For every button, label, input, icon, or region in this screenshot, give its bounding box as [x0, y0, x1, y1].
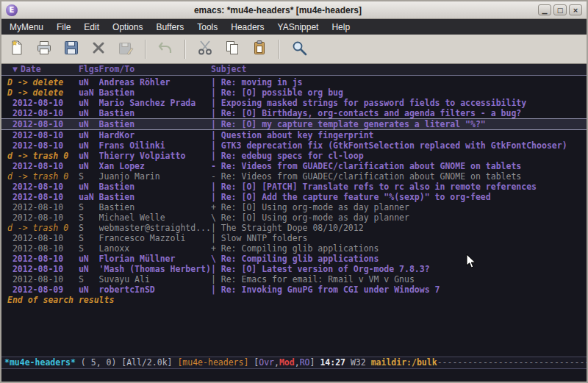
paste-icon: [251, 40, 268, 59]
paste-button[interactable]: [248, 38, 270, 60]
menu-item-help[interactable]: Help: [325, 21, 356, 34]
message-flags: S: [79, 233, 99, 243]
modeline-read-only: RO: [300, 357, 310, 368]
message-row[interactable]: 2012-08-10uN'Mash (Thomas Herbert)| Re: …: [1, 264, 587, 274]
echo-area[interactable]: [1, 369, 587, 382]
minimize-button[interactable]: ▁: [538, 4, 551, 15]
window-title: emacs: *mu4e-headers* [mu4e-headers]: [22, 5, 534, 15]
message-row[interactable]: 2012-08-10SSuvayu Ali| Re: Emacs for ema…: [1, 274, 587, 284]
message-row[interactable]: 2012-08-10uNHardKor| Question about key …: [1, 130, 587, 140]
mu4e-headers-buffer: ▼DateFlgsFrom/ToSubject D -> deleteuNAnd…: [1, 64, 587, 382]
message-flags: S: [79, 212, 99, 223]
message-from: Suvayu Ali: [99, 274, 211, 284]
undo-button[interactable]: [154, 38, 176, 60]
message-row[interactable]: 2012-08-10SLanoxx+ Re: Compiling glib ap…: [1, 243, 587, 254]
message-from: HardKor: [99, 130, 211, 140]
menu-item-tools[interactable]: Tools: [190, 21, 224, 34]
message-row[interactable]: 2012-08-10uaNBastien| Re: [O] Add the ca…: [1, 192, 587, 202]
message-row[interactable]: 2012-08-09uNrobertcInSD| Re: Invoking Gn…: [1, 284, 587, 295]
message-from: Lanoxx: [99, 243, 211, 254]
message-date: 2012-08-10: [7, 212, 79, 223]
message-from: Bastien: [99, 192, 211, 202]
cut-icon: [197, 40, 213, 59]
message-row[interactable]: 2012-08-10uNXan Lopez- Re: Videos from G…: [1, 161, 587, 171]
menu-item-headers[interactable]: Headers: [224, 21, 270, 34]
message-from: 'Mash (Thomas Herbert): [99, 264, 211, 274]
message-from: Bastien: [99, 87, 211, 98]
message-from: Bastien: [99, 108, 211, 118]
message-date: 2012-08-10: [7, 119, 79, 129]
message-row[interactable]: 2012-08-10uNFrans Oilinki| GTK3 deprecat…: [1, 140, 587, 151]
message-row[interactable]: 2012-08-10uNBastien| Re: [O] my capture …: [1, 118, 587, 130]
message-row[interactable]: 2012-08-10uNBastien| Re: [O] [PATCH] Tra…: [1, 182, 587, 192]
message-row[interactable]: 2012-08-10SBastien+ Re: [O] Using org-mo…: [1, 202, 587, 212]
message-row[interactable]: 2012-08-10uNMario Sanchez Prada| Exposin…: [1, 98, 587, 108]
new-file-icon: [9, 40, 25, 59]
modeline-window-id: W32: [345, 357, 371, 368]
menu-item-yasnippet[interactable]: YASnippet: [271, 21, 326, 34]
menu-item-buffers[interactable]: Buffers: [149, 21, 190, 34]
new-file-button[interactable]: [6, 38, 28, 60]
message-subject: | Re: [O] [PATCH] Translate refs to rc a…: [211, 182, 587, 192]
message-from: Juanjo Marin: [99, 171, 211, 182]
message-from: Frans Oilinki: [99, 140, 211, 151]
message-row[interactable]: d -> trash 0uNThierry Volpiatto| Re: ede…: [1, 151, 587, 161]
column-header-date[interactable]: ▼Date: [7, 64, 79, 75]
maximize-button[interactable]: □: [553, 4, 567, 15]
message-from: Bastien: [99, 182, 211, 192]
menu-item-options[interactable]: Options: [106, 21, 149, 34]
message-row[interactable]: 2012-08-10uNBastien| Re: [O] Birthdays, …: [1, 108, 587, 118]
column-header-subject[interactable]: Subject: [211, 64, 587, 75]
message-from: Xan Lopez: [99, 161, 211, 171]
save-as-button[interactable]: [115, 38, 137, 60]
sort-desc-icon: ▼: [7, 64, 21, 74]
search-button[interactable]: [288, 38, 310, 60]
message-date: 2012-08-10: [7, 182, 79, 192]
save-icon: [63, 40, 79, 59]
modeline-overwrite: Ovr: [259, 357, 274, 368]
message-flags: uN: [79, 151, 99, 161]
menu-item-edit[interactable]: Edit: [77, 21, 106, 34]
search-icon: [291, 40, 307, 59]
message-row[interactable]: 2012-08-10SFrancesco Mazzoli| Slow NNTP …: [1, 233, 587, 243]
cut-button[interactable]: [194, 38, 216, 60]
message-subject: | Re: [O] possible org bug: [211, 87, 587, 98]
message-date: d -> trash 0: [7, 151, 79, 161]
message-flags: uaN: [79, 87, 99, 98]
message-subject: | Re: [O] Add the capture feature "%(sex…: [211, 192, 587, 202]
message-date: D -> delete: [7, 87, 79, 98]
close-button[interactable]: [87, 38, 110, 60]
message-date: D -> delete: [7, 77, 79, 87]
message-row[interactable]: D -> deleteuaNBastien| Re: [O] possible …: [1, 87, 587, 98]
menu-item-mymenu[interactable]: MyMenu: [3, 21, 50, 34]
print-button[interactable]: [33, 38, 55, 60]
message-row[interactable]: d -> trash 0SJuanjo Marin- Re: Videos fr…: [1, 171, 587, 182]
message-date: 2012-08-10: [7, 243, 79, 254]
save-button[interactable]: [60, 38, 82, 60]
menu-item-file[interactable]: File: [50, 21, 77, 34]
message-subject: - Re: Videos from GUADEC/clarification a…: [211, 161, 587, 171]
message-row[interactable]: D -> deleteuNAndreas Röhler| Re: moving …: [1, 77, 587, 87]
message-date: 2012-08-10: [7, 254, 79, 264]
message-date: 2012-08-10: [7, 233, 79, 243]
modeline-folder: maildir:/bulk: [371, 357, 437, 368]
header-line: ▼DateFlgsFrom/ToSubject: [1, 64, 587, 76]
close-button[interactable]: ×: [569, 4, 582, 15]
message-subject: | Re: edebug specs for cl-loop: [211, 151, 587, 161]
modeline-modified: Mod: [279, 357, 295, 368]
message-row[interactable]: 2012-08-10uNFlorian Müllner\ Re: Compili…: [1, 254, 587, 264]
message-row[interactable]: 2012-08-10SMichael Welle\ Re: [O] Using …: [1, 212, 587, 223]
emacs-app-icon: E: [6, 4, 18, 16]
message-subject: \ Re: [O] Using org-mode as day planner: [211, 212, 587, 223]
window-controls: ▁□×: [538, 4, 582, 15]
message-from: Florian Müllner: [99, 254, 211, 264]
message-from: Bastien: [99, 119, 211, 129]
message-subject: | Re: moving in js: [211, 77, 587, 87]
column-header-flags[interactable]: Flgs: [79, 64, 99, 75]
message-row[interactable]: d -> trash 0Swebmaster@straightd...| The…: [1, 223, 587, 233]
copy-button[interactable]: [221, 38, 243, 60]
message-subject: - Re: Videos from GUADEC/clarification a…: [211, 171, 587, 182]
titlebar[interactable]: E emacs: *mu4e-headers* [mu4e-headers] ▁…: [1, 1, 587, 19]
mode-line[interactable]: *mu4e-headers* ( 5, 0) [All/2.0k] [mu4e-…: [1, 357, 587, 369]
column-header-from[interactable]: From/To: [99, 64, 211, 75]
